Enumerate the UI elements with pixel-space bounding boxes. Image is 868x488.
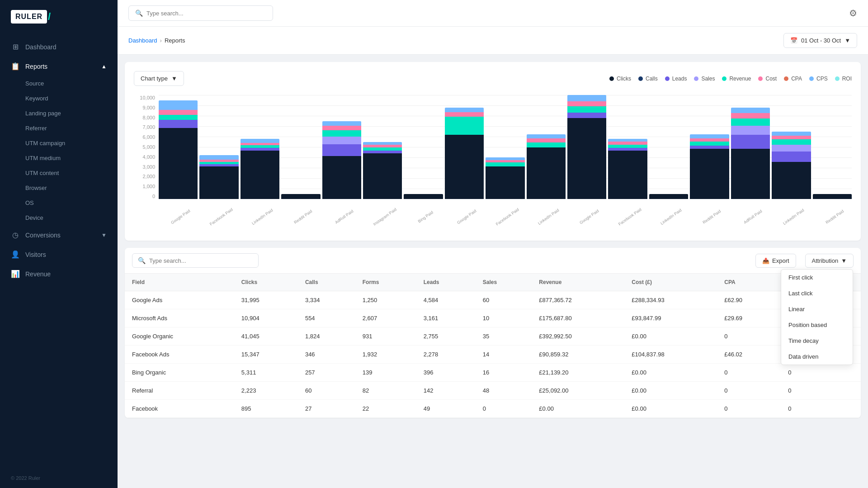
sidebar-footer: © 2022 Ruler — [0, 468, 118, 488]
sidebar-item-conversions[interactable]: ◷ Conversions ▼ — [0, 225, 118, 245]
y-label: 4,000 — [142, 154, 155, 160]
sidebar-item-reports[interactable]: 📋 Reports ▲ — [0, 57, 118, 76]
subnav-os[interactable]: OS — [25, 195, 118, 210]
col-revenue: Revenue — [532, 274, 624, 291]
sidebar-item-revenue[interactable]: 📊 Revenue — [0, 264, 118, 284]
subnav-utm-campaign[interactable]: UTM campaign — [25, 136, 118, 151]
bar-stacked — [322, 121, 361, 199]
bar-segment — [608, 145, 647, 148]
bar-stacked — [772, 132, 811, 199]
bar-segment — [486, 162, 524, 166]
legend-item-cps: CPS — [809, 76, 828, 82]
y-label: 5,000 — [142, 144, 155, 150]
settings-icon[interactable]: ⚙ — [849, 8, 857, 19]
subnav-referrer[interactable]: Referrer — [25, 121, 118, 136]
subnav-browser[interactable]: Browser — [25, 180, 118, 195]
attr-option-data-driven[interactable]: Data driven — [781, 349, 853, 365]
bar-stacked — [608, 139, 647, 199]
attr-option-linear[interactable]: Linear — [781, 301, 853, 317]
legend-label-revenue: Revenue — [729, 76, 751, 82]
legend-label-roi: ROI — [842, 76, 852, 82]
legend-label-cpa: CPA — [791, 76, 802, 82]
y-label: 0 — [152, 194, 155, 199]
cell-cost: £0.00 — [624, 400, 717, 418]
legend-dot-clicks — [609, 76, 614, 81]
y-label: 3,000 — [142, 164, 155, 170]
chart-header: Chart type ▼ ClicksCallsLeadsSalesRevenu… — [134, 71, 852, 86]
breadcrumb-dashboard[interactable]: Dashboard — [128, 37, 157, 44]
bar-segment — [608, 148, 647, 151]
bar-group — [527, 95, 566, 199]
subnav-device[interactable]: Device — [25, 210, 118, 225]
sidebar: RULER/ ⊞ Dashboard 📋 Reports ▲ Source Ke… — [0, 0, 118, 488]
cell-cpa: 0 — [717, 364, 781, 382]
bar-segment — [159, 100, 198, 110]
y-label: 9,000 — [142, 105, 155, 110]
conversions-icon: ◷ — [11, 231, 20, 239]
dashboard-icon: ⊞ — [11, 43, 20, 51]
attr-option-first-click[interactable]: First click — [781, 270, 853, 285]
bar-segment — [241, 139, 279, 143]
table-header-row: Field Clicks Calls Forms Leads Sales Rev… — [125, 274, 861, 291]
bar-segment — [813, 194, 852, 199]
subnav-keyword[interactable]: Keyword — [25, 91, 118, 106]
legend-item-clicks: Clicks — [609, 76, 631, 82]
bar-stacked — [281, 194, 320, 199]
sidebar-item-label: Reports — [25, 63, 47, 70]
search-icon: 🔍 — [138, 257, 146, 264]
subnav-utm-content[interactable]: UTM content — [25, 166, 118, 180]
bar-segment — [608, 151, 647, 199]
legend-label-sales: Sales — [701, 76, 715, 82]
data-table: Field Clicks Calls Forms Leads Sales Rev… — [125, 274, 861, 418]
cell-sales: 14 — [476, 346, 532, 364]
bar-segment — [772, 136, 811, 140]
cell-field: Referral — [125, 382, 234, 400]
breadcrumb-separator: › — [160, 37, 162, 44]
cell-forms: 2,607 — [355, 309, 416, 327]
date-range-picker[interactable]: 📅 01 Oct - 30 Oct ▼ — [783, 33, 857, 48]
export-icon: 📤 — [762, 257, 769, 264]
bar-segment — [567, 113, 606, 118]
bar-segment — [486, 166, 524, 199]
table-search-box[interactable]: 🔍 — [132, 253, 259, 268]
cell-leads: 3,161 — [416, 309, 476, 327]
sidebar-item-dashboard[interactable]: ⊞ Dashboard — [0, 37, 118, 57]
subnav-landing-page[interactable]: Landing page — [25, 106, 118, 121]
bar-segment — [731, 126, 770, 135]
cell-cps: 0 — [781, 382, 861, 400]
breadcrumb-bar: Dashboard › Reports 📅 01 Oct - 30 Oct ▼ — [118, 27, 868, 55]
bar-stacked — [404, 194, 443, 199]
attr-option-last-click[interactable]: Last click — [781, 285, 853, 301]
export-button[interactable]: 📤 Export — [755, 254, 796, 268]
cell-clicks: 895 — [234, 400, 298, 418]
legend-dot-cost — [758, 76, 763, 81]
bar-segment — [649, 194, 688, 199]
reports-icon: 📋 — [11, 62, 20, 71]
col-cpa: CPA — [717, 274, 781, 291]
table-row: Facebook Ads15,3473461,9322,27814£90,859… — [125, 346, 861, 364]
search-input[interactable] — [146, 10, 266, 17]
subnav-source[interactable]: Source — [25, 76, 118, 91]
revenue-icon: 📊 — [11, 270, 20, 278]
sidebar-nav: ⊞ Dashboard 📋 Reports ▲ Source Keyword L… — [0, 33, 118, 468]
subnav-utm-medium[interactable]: UTM medium — [25, 151, 118, 166]
cell-sales: 35 — [476, 327, 532, 346]
cell-sales: 16 — [476, 364, 532, 382]
bar-segment — [445, 112, 484, 117]
chart-type-button[interactable]: Chart type ▼ — [134, 71, 184, 86]
attr-option-time-decay[interactable]: Time decay — [781, 333, 853, 349]
bar-stacked — [731, 108, 770, 199]
legend-label-cps: CPS — [816, 76, 828, 82]
global-search-box[interactable]: 🔍 — [128, 5, 273, 21]
legend-label-calls: Calls — [646, 76, 658, 82]
bar-group — [404, 95, 443, 199]
bar-segment — [322, 126, 361, 130]
bar-segment — [527, 134, 566, 138]
cell-revenue: £21,139.20 — [532, 364, 624, 382]
attribution-button[interactable]: Attribution ▼ First click Last click Lin… — [805, 254, 854, 268]
sidebar-item-visitors[interactable]: 👤 Visitors — [0, 245, 118, 264]
table-search-input[interactable] — [149, 257, 253, 264]
table-row: Google Organic41,0451,8249312,75535£392,… — [125, 327, 861, 346]
bar-stacked — [241, 139, 279, 199]
attr-option-position-based[interactable]: Position based — [781, 317, 853, 333]
